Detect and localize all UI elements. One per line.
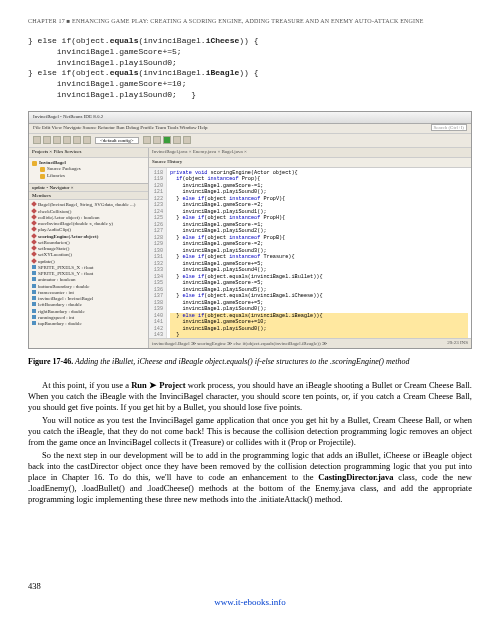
- field-icon: [32, 277, 36, 281]
- navigator-members[interactable]: Members: [29, 192, 148, 200]
- field-icon: [32, 296, 36, 300]
- method-icon: [31, 245, 37, 251]
- folder-icon: [40, 174, 45, 179]
- code-text[interactable]: private void scoringEngine(Actor object)…: [167, 168, 471, 338]
- page-number: 438: [28, 581, 41, 591]
- field-icon: [32, 271, 36, 275]
- ide-menubar[interactable]: File Edit View Navigate Source Refactor …: [29, 124, 471, 134]
- method-icon: [31, 201, 37, 207]
- build-icon[interactable]: [143, 136, 151, 144]
- footer-link[interactable]: www.it-ebooks.info: [0, 597, 500, 607]
- editor-area[interactable]: 118 119 120 121 122 123 124 125 126 127 …: [149, 168, 471, 338]
- field-icon: [32, 284, 36, 288]
- method-icon: [31, 239, 37, 245]
- method-icon: [31, 208, 37, 214]
- run-icon[interactable]: [163, 136, 171, 144]
- search-input[interactable]: Search (Ctrl+I): [431, 124, 467, 131]
- ide-toolbar[interactable]: <default config>: [29, 134, 471, 148]
- project-tree[interactable]: InvinciBagel Source Packages Libraries: [29, 158, 148, 182]
- navigator-list[interactable]: Bagel(InvinciBagel, String, SVGdata, dou…: [29, 200, 148, 329]
- method-icon: [31, 233, 37, 239]
- method-icon: [31, 220, 37, 226]
- field-icon: [32, 315, 36, 319]
- paragraph-1: At this point, if you use a Run ➤ Projec…: [28, 380, 472, 413]
- line-gutter: 118 119 120 121 122 123 124 125 126 127 …: [149, 168, 167, 338]
- method-icon: [31, 226, 37, 232]
- new-project-icon[interactable]: [43, 136, 51, 144]
- field-icon: [32, 302, 36, 306]
- config-dropdown[interactable]: <default config>: [95, 137, 139, 144]
- field-icon: [32, 265, 36, 269]
- field-icon: [32, 290, 36, 294]
- folder-icon: [40, 167, 45, 172]
- method-icon: [31, 251, 37, 257]
- figure-caption: Figure 17-46. Adding the iBullet, iChees…: [28, 357, 472, 366]
- coffee-icon: [32, 161, 37, 166]
- open-icon[interactable]: [53, 136, 61, 144]
- ide-window-title: InvinciBagel - NetBeans IDE 8.0.2: [29, 112, 471, 124]
- editor-tabs[interactable]: InvinciBagel.java × Enemy.java × Bagel.j…: [149, 148, 471, 158]
- field-icon: [32, 321, 36, 325]
- debug-icon[interactable]: [173, 136, 181, 144]
- ide-statusbar: invincibagel.Bagel ≫ scoringEngine ≫ els…: [149, 338, 471, 348]
- ide-left-panel: Projects × Files Services InvinciBagel S…: [29, 148, 149, 348]
- profile-icon[interactable]: [183, 136, 191, 144]
- top-code-block: } else if(object.equals(invinciBagel.iCh…: [28, 36, 472, 101]
- undo-icon[interactable]: [73, 136, 81, 144]
- chapter-header: CHAPTER 17 ■ ENHANCING GAME PLAY: CREATI…: [28, 18, 472, 24]
- editor-toolbar[interactable]: Source History: [149, 158, 471, 168]
- field-icon: [32, 309, 36, 313]
- save-icon[interactable]: [63, 136, 71, 144]
- navigator-title: update - Navigator ×: [29, 184, 148, 192]
- method-icon: [31, 258, 37, 264]
- nav-member[interactable]: topBoundary : double: [32, 321, 145, 327]
- ide-screenshot: InvinciBagel - NetBeans IDE 8.0.2 File E…: [28, 111, 472, 349]
- redo-icon[interactable]: [83, 136, 91, 144]
- method-icon: [31, 214, 37, 220]
- new-file-icon[interactable]: [33, 136, 41, 144]
- paragraph-3: So the next step in our development will…: [28, 450, 472, 505]
- clean-build-icon[interactable]: [153, 136, 161, 144]
- projects-tab[interactable]: Projects × Files Services: [29, 148, 148, 158]
- ide-editor-panel: InvinciBagel.java × Enemy.java × Bagel.j…: [149, 148, 471, 348]
- paragraph-2: You will notice as you test the InvinciB…: [28, 415, 472, 448]
